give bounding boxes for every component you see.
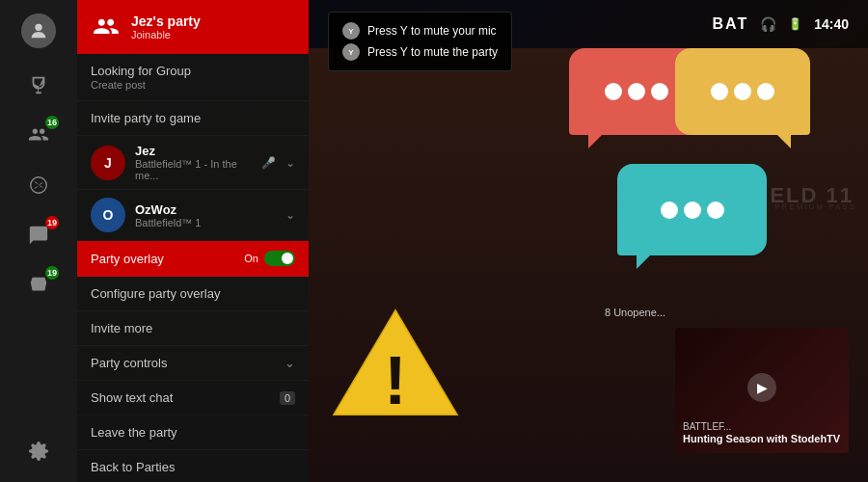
party-controls-chevron-icon: ⌄ — [285, 356, 295, 370]
invite-more-label: Invite more — [91, 321, 152, 335]
sidebar-item-settings[interactable] — [14, 430, 63, 472]
dot5 — [734, 83, 751, 100]
sidebar-item-people[interactable]: 16 — [14, 114, 63, 156]
sidebar-item-avatar[interactable] — [14, 10, 63, 52]
party-header[interactable]: Jez's party Joinable — [77, 0, 309, 54]
menu-item-lfg-left: Looking for Group Create post — [91, 64, 191, 91]
sidebar-item-messages[interactable]: 19 — [14, 214, 63, 256]
member-ozwoz-name: OzWoz — [135, 202, 276, 217]
tooltip: Y Press Y to mute your mic Y Press Y to … — [328, 12, 512, 71]
menu-item-show-text-chat[interactable]: Show text chat 0 — [77, 381, 309, 415]
bf-card-subtitle: BATTLEF... — [683, 421, 841, 432]
lfg-sublabel: Create post — [91, 79, 191, 91]
chat-bubble-teal — [617, 164, 767, 255]
menu-item-leave-party[interactable]: Leave the party — [77, 415, 309, 450]
menu-item-back-to-parties[interactable]: Back to Parties — [77, 450, 309, 482]
member-jez[interactable]: J Jez Battlefield™ 1 - In the me... 🎤 ⌄ — [77, 136, 309, 190]
party-controls-label: Party controls — [91, 356, 167, 370]
bf-card-title: Hunting Season with StodehTV — [683, 432, 841, 445]
menu-item-invite-party[interactable]: Invite party to game — [77, 101, 309, 136]
dot2 — [628, 83, 645, 100]
member-ozwoz[interactable]: O OzWoz Battlefield™ 1 ⌄ — [77, 190, 309, 241]
y-button-2: Y — [342, 43, 360, 61]
menu-scroll: Looking for Group Create post Invite par… — [77, 54, 309, 482]
menu-item-invite-more[interactable]: Invite more — [77, 311, 309, 346]
sidebar-item-xbox[interactable] — [14, 164, 63, 206]
warning-triangle: ! — [328, 305, 463, 424]
play-icon: ▶ — [747, 373, 776, 402]
ozwoz-chevron-icon: ⌄ — [285, 208, 295, 222]
avatar-ozwoz: O — [91, 198, 125, 232]
menu-item-looking-for-group[interactable]: Looking for Group Create post — [77, 54, 309, 101]
party-name: Jez's party — [131, 13, 295, 29]
party-overlay-label: Party overlay — [91, 252, 164, 266]
dot7 — [661, 201, 678, 219]
bf-card[interactable]: ▶ BATTLEF... Hunting Season with StodehT… — [675, 328, 849, 453]
tooltip-text-1: Press Y to mute your mic — [367, 24, 497, 38]
toggle-on-text: On — [244, 253, 258, 264]
menu-item-configure-overlay[interactable]: Configure party overlay — [77, 277, 309, 311]
party-overlay-toggle[interactable] — [264, 251, 295, 266]
dot4 — [711, 83, 728, 100]
unopened-label: 8 Unopene... — [605, 307, 665, 318]
dot8 — [684, 201, 701, 219]
dot6 — [757, 83, 774, 100]
party-status: Joinable — [131, 29, 295, 40]
svg-point-0 — [35, 24, 41, 31]
party-header-text: Jez's party Joinable — [131, 13, 295, 40]
svg-point-1 — [31, 177, 47, 194]
menu-item-party-overlay[interactable]: Party overlay On — [77, 241, 309, 277]
invite-party-label: Invite party to game — [91, 111, 201, 125]
sidebar-item-store[interactable]: 19 — [14, 264, 63, 307]
tooltip-text-2: Press Y to mute the party — [367, 45, 498, 59]
configure-overlay-label: Configure party overlay — [91, 286, 220, 301]
member-ozwoz-game: Battlefield™ 1 — [135, 217, 276, 228]
menu-item-party-controls[interactable]: Party controls ⌄ — [77, 346, 309, 381]
party-header-icon — [91, 12, 122, 42]
avatar-jez: J — [91, 146, 125, 180]
member-jez-info: Jez Battlefield™ 1 - In the me... — [135, 144, 252, 181]
tooltip-row-2: Y Press Y to mute the party — [342, 43, 498, 61]
dot3 — [651, 83, 668, 100]
mic-icon: 🎤 — [261, 156, 276, 170]
show-text-chat-label: Show text chat — [91, 390, 173, 405]
store-badge: 19 — [45, 266, 59, 280]
sidebar-item-trophy[interactable] — [14, 64, 63, 106]
toggle-container[interactable]: On — [244, 251, 295, 266]
svg-text:!: ! — [384, 343, 406, 418]
chat-bubbles-overlay — [559, 29, 829, 299]
member-jez-game: Battlefield™ 1 - In the me... — [135, 158, 252, 181]
jez-chevron-icon: ⌄ — [285, 156, 295, 170]
text-chat-badge: 0 — [280, 391, 295, 405]
lfg-label: Looking for Group — [91, 64, 191, 78]
member-jez-name: Jez — [135, 144, 252, 158]
messages-badge: 19 — [45, 216, 59, 229]
menu-panel: Jez's party Joinable Looking for Group C… — [77, 0, 309, 482]
dot9 — [707, 201, 724, 219]
back-to-parties-label: Back to Parties — [91, 460, 175, 474]
leave-party-label: Leave the party — [91, 425, 177, 440]
people-badge: 16 — [45, 116, 59, 129]
tooltip-row-1: Y Press Y to mute your mic — [342, 22, 498, 40]
dot1 — [605, 83, 622, 100]
member-ozwoz-info: OzWoz Battlefield™ 1 — [135, 202, 276, 228]
y-button-1: Y — [342, 22, 360, 40]
sidebar: 16 19 19 — [0, 0, 77, 482]
chat-bubble-yellow — [675, 48, 810, 135]
